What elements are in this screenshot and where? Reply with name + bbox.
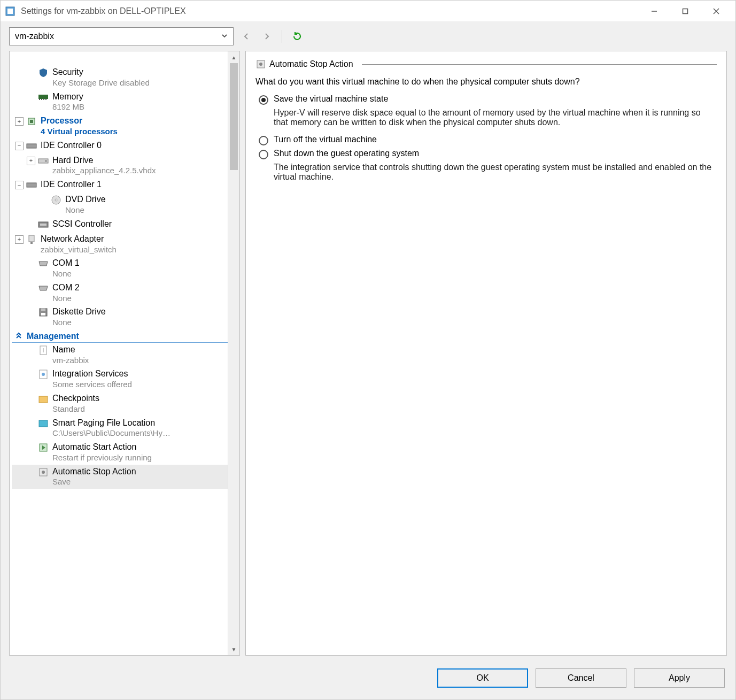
tree-item-sublabel: Restart if previously running — [52, 453, 152, 463]
svg-rect-9 — [43, 99, 44, 100]
vm-selector-value: vm-zabbix — [15, 32, 54, 41]
controller-icon — [26, 140, 37, 152]
close-button[interactable] — [701, 3, 731, 20]
radio-option-shut-down-guest[interactable]: Shut down the guest operating system — [259, 149, 717, 159]
tree-item-com1[interactable]: COM 1 None — [12, 256, 228, 281]
scroll-down-arrow-icon[interactable]: ▼ — [228, 643, 239, 655]
tree-item-security[interactable]: Security Key Storage Drive disabled — [12, 65, 228, 90]
expander-expand-icon[interactable]: + — [27, 157, 35, 165]
tree-item-label: COM 1 — [52, 258, 80, 269]
shield-icon — [37, 67, 49, 79]
expander-none-icon — [27, 68, 35, 77]
checkpoints-icon — [37, 393, 49, 405]
svg-marker-24 — [39, 286, 48, 290]
tree-item-label: Processor — [41, 116, 118, 127]
svg-marker-23 — [39, 261, 48, 266]
tree-item-clipped — [12, 53, 228, 65]
tree-item-com2[interactable]: COM 2 None — [12, 281, 228, 305]
tree-item-label: Network Adapter — [41, 234, 117, 245]
expander-none-icon — [27, 395, 35, 403]
autostop-icon — [37, 466, 49, 478]
scsi-icon — [37, 219, 49, 230]
autostop-header-icon — [255, 59, 266, 70]
radio-option-save-state[interactable]: Save the virtual machine state — [259, 94, 717, 105]
tree-scrollbar[interactable]: ▲ ▼ — [228, 51, 239, 655]
svg-rect-6 — [38, 95, 48, 99]
svg-rect-3 — [683, 9, 688, 13]
smart-paging-icon — [37, 418, 49, 429]
tree-item-label: Integration Services — [52, 368, 132, 380]
expander-none-icon — [40, 196, 48, 204]
expander-expand-icon[interactable]: + — [15, 117, 24, 126]
tree-item-diskette-drive[interactable]: Diskette Drive None — [12, 305, 228, 329]
button-label: Apply — [669, 673, 690, 683]
section-management[interactable]: Management — [12, 329, 228, 343]
svg-point-37 — [42, 471, 45, 474]
expander-none-icon — [27, 259, 35, 268]
tree-item-scsi-controller[interactable]: SCSI Controller — [12, 217, 228, 232]
vm-selector-dropdown[interactable]: vm-zabbix — [9, 27, 234, 45]
svg-rect-10 — [45, 99, 47, 100]
hard-drive-icon — [37, 155, 49, 167]
tree-item-label: DVD Drive — [65, 194, 106, 205]
radio-label: Save the virtual machine state — [274, 94, 388, 104]
minimize-button[interactable] — [639, 3, 669, 20]
maximize-button[interactable] — [670, 3, 700, 20]
tree-item-integration-services[interactable]: Integration Services Some services offer… — [12, 367, 228, 391]
tree-item-label: Checkpoints — [52, 393, 99, 404]
svg-rect-20 — [40, 224, 47, 226]
tree-item-processor[interactable]: + Processor 4 Virtual processors — [12, 114, 228, 139]
tree-item-smart-paging-file-location[interactable]: Smart Paging File Location C:\Users\Publ… — [12, 416, 228, 441]
tree-item-ide-controller-1[interactable]: − IDE Controller 1 — [12, 178, 228, 193]
expander-collapse-icon[interactable]: − — [15, 142, 24, 150]
svg-rect-7 — [39, 99, 40, 100]
svg-rect-12 — [30, 120, 33, 123]
tree-item-ide-controller-0[interactable]: − IDE Controller 0 — [12, 139, 228, 153]
section-label: Management — [27, 332, 79, 341]
settings-tree-panel: Security Key Storage Drive disabled Memo… — [9, 51, 240, 656]
refresh-button[interactable] — [290, 29, 305, 44]
cancel-button[interactable]: Cancel — [536, 668, 626, 688]
radio-icon[interactable] — [259, 150, 268, 159]
scroll-up-arrow-icon[interactable]: ▲ — [228, 51, 239, 63]
tree-item-sublabel: None — [52, 269, 80, 279]
tree-item-label: Automatic Stop Action — [52, 466, 136, 478]
autostart-icon — [37, 442, 49, 453]
tree-item-label: SCSI Controller — [52, 219, 112, 230]
serial-port-icon — [37, 258, 49, 270]
ok-button[interactable]: OK — [437, 668, 528, 688]
nav-back-button[interactable] — [239, 29, 254, 44]
nav-forward-button[interactable] — [259, 29, 274, 44]
tree-item-label: Memory — [52, 91, 84, 103]
expander-none-icon — [27, 346, 35, 355]
svg-rect-22 — [30, 242, 33, 244]
radio-icon[interactable] — [259, 136, 268, 145]
svg-point-31 — [42, 373, 45, 376]
network-adapter-icon — [26, 234, 37, 245]
tree-item-automatic-start-action[interactable]: Automatic Start Action Restart if previo… — [12, 440, 228, 465]
expander-collapse-icon[interactable]: − — [15, 181, 24, 189]
dialog-footer: OK Cancel Apply — [1, 661, 735, 699]
tree-item-automatic-stop-action[interactable]: Automatic Stop Action Save — [12, 465, 228, 489]
tree-item-sublabel: zabbix_virtual_switch — [41, 245, 117, 255]
svg-point-15 — [45, 160, 47, 161]
scroll-thumb[interactable] — [230, 63, 238, 170]
expander-expand-icon[interactable]: + — [15, 235, 24, 244]
controller-icon — [26, 179, 37, 191]
tree-item-sublabel: None — [52, 294, 80, 304]
tree-item-network-adapter[interactable]: + Network Adapter zabbix_virtual_switch — [12, 232, 228, 257]
tree-item-sublabel: Standard — [52, 404, 99, 414]
tree-item-label: Security — [52, 67, 150, 78]
tree-item-label: Diskette Drive — [52, 306, 106, 318]
radio-icon[interactable] — [259, 95, 268, 105]
tree-item-hard-drive[interactable]: + Hard Drive zabbix_appliance_4.2.5.vhdx — [12, 153, 228, 178]
toolbar-separator — [282, 30, 282, 43]
tree-item-dvd-drive[interactable]: DVD Drive None — [12, 193, 228, 217]
svg-line-5 — [714, 9, 719, 14]
tree-item-checkpoints[interactable]: Checkpoints Standard — [12, 391, 228, 416]
radio-option-turn-off[interactable]: Turn off the virtual machine — [259, 135, 717, 145]
apply-button[interactable]: Apply — [634, 668, 725, 688]
tree-item-memory[interactable]: Memory 8192 MB — [12, 90, 228, 114]
tree-item-sublabel: Save — [52, 477, 136, 487]
tree-item-name[interactable]: I Name vm-zabbix — [12, 343, 228, 367]
